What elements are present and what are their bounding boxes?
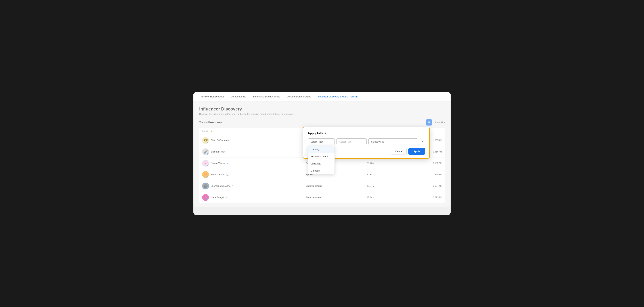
apply-filters-modal: Apply Filters Select Filter ▲ Country Fo…: [303, 127, 430, 159]
top-nav: Follower Relationships Demographics Inte…: [194, 92, 450, 102]
select-value-input[interactable]: [368, 138, 418, 145]
chevron-up-icon: ▲: [330, 140, 332, 143]
tab-follower-relationships[interactable]: Follower Relationships: [198, 94, 227, 100]
dropdown-item-language[interactable]: Language: [308, 160, 334, 167]
main-content: Influencer Discovery Discover top influe…: [194, 102, 450, 207]
close-icon: ✕: [421, 140, 424, 144]
cancel-button[interactable]: Cancel: [391, 148, 406, 155]
filter-row: Select Filter ▲ Country Followers Count …: [308, 138, 425, 145]
tab-demographics[interactable]: Demographics: [228, 94, 249, 100]
dropdown-item-followers[interactable]: Followers Count: [308, 153, 334, 160]
tab-influencer-discovery[interactable]: Influencer Discovery & Media Planning: [315, 94, 361, 100]
modal-title: Apply Filters: [308, 132, 425, 135]
dropdown-item-category[interactable]: Category: [308, 167, 334, 174]
filter-dropdown-menu: Country Followers Count Language Categor…: [308, 146, 335, 174]
tab-conversational[interactable]: Conversational Insights: [284, 94, 314, 100]
select-filter-button[interactable]: Select Filter ▲: [308, 138, 335, 145]
select-type-button[interactable]: Select Type: [336, 138, 366, 145]
tab-interests[interactable]: Interests & Brand Affinities: [250, 94, 283, 100]
apply-button[interactable]: Apply: [408, 148, 425, 155]
clear-button[interactable]: ✕: [420, 139, 425, 144]
select-filter-wrapper: Select Filter ▲ Country Followers Count …: [308, 138, 335, 145]
dropdown-item-country[interactable]: Country: [308, 146, 334, 153]
